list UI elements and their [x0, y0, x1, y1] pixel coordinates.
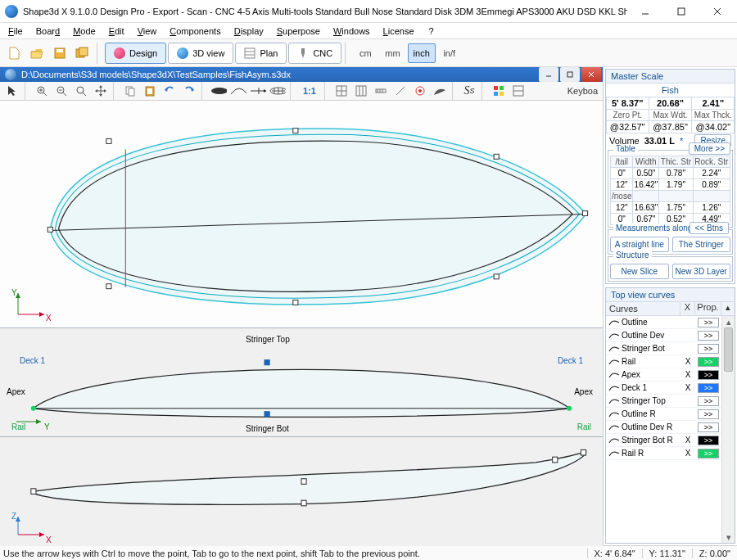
curves-list[interactable]: Outline>>Outline Dev>>Stringer Bot>>Rail… [606, 316, 735, 543]
curve-x[interactable]: X [680, 370, 695, 379]
window-maximize-button[interactable] [663, 0, 699, 23]
curve-row[interactable]: ApexX>> [606, 368, 735, 382]
toolbar-save-icon[interactable] [49, 43, 70, 64]
menu-superpose[interactable]: Superpose [270, 25, 327, 38]
tool-paste-icon[interactable] [141, 82, 159, 100]
view-slice-icon[interactable] [229, 82, 247, 100]
maxt-at-value[interactable]: @34.02" [691, 120, 735, 133]
new-slice-button[interactable]: New Slice [610, 264, 669, 279]
vsplit-icon[interactable] [509, 82, 527, 100]
curve-x[interactable]: X [680, 436, 695, 445]
curve-x[interactable]: X [680, 449, 695, 458]
curve-x[interactable]: X [680, 357, 695, 366]
pane-profile[interactable]: X Z [0, 436, 603, 545]
volume-lock[interactable]: * [680, 136, 683, 146]
curve-prop[interactable]: >> [695, 318, 721, 327]
tool-copy-icon[interactable] [121, 82, 139, 100]
more-button[interactable]: More >> [689, 142, 730, 155]
palette-icon[interactable] [490, 82, 508, 100]
tool-undo-icon[interactable] [161, 82, 179, 100]
scroll-thumb[interactable] [724, 327, 733, 372]
document-close-button[interactable] [581, 67, 601, 82]
fin-icon[interactable] [431, 82, 449, 100]
angle-icon[interactable]: SS [460, 82, 478, 100]
pane-cross-section[interactable]: Stringer Top Stringer Bot Deck 1 Deck 1 … [0, 327, 603, 436]
menu-edit[interactable]: Edit [102, 25, 131, 38]
unit-cm-button[interactable]: cm [353, 43, 378, 63]
scroll-up-header[interactable]: ▴ [721, 302, 735, 315]
new-3dlayer-button[interactable]: New 3D Layer [672, 264, 731, 279]
curve-prop[interactable]: >> [695, 344, 721, 354]
mode-cnc-button[interactable]: CNC [288, 43, 341, 64]
curve-row[interactable]: Stringer Bot RX>> [606, 434, 735, 447]
zero-pt-value[interactable]: @32.57" [606, 120, 649, 133]
width-value[interactable]: 20.68" [649, 97, 692, 110]
view-outline-icon[interactable] [210, 82, 228, 100]
menu-view[interactable]: View [131, 25, 164, 38]
curve-prop[interactable]: >> [695, 396, 721, 406]
curve-prop[interactable]: >> [695, 357, 721, 367]
menu-windows[interactable]: Windows [327, 25, 377, 38]
length-value[interactable]: 5' 8.37" [606, 97, 649, 110]
maxw-at-value[interactable]: @37.85" [649, 120, 692, 133]
curve-prop[interactable]: >> [695, 422, 721, 432]
curve-row[interactable]: Outline Dev R>> [606, 421, 735, 434]
grid1-icon[interactable] [332, 82, 350, 100]
unit-inch-button[interactable]: inch [408, 43, 436, 63]
curve-prop[interactable]: >> [695, 331, 721, 341]
pane-outline[interactable]: X Y [0, 101, 603, 327]
curve-x[interactable]: X [680, 383, 695, 392]
menu-components[interactable]: Components [163, 25, 227, 38]
curve-row[interactable]: Outline R>> [606, 408, 735, 421]
menu-file[interactable]: File [2, 25, 29, 38]
unit-inf-button[interactable]: in/f [437, 43, 462, 63]
tool-pointer-icon[interactable] [3, 82, 21, 100]
menu-board[interactable]: Board [29, 25, 66, 38]
menu-license[interactable]: License [377, 25, 421, 38]
curve-row[interactable]: Outline>> [606, 316, 735, 329]
keyboard-label[interactable]: Keyboa [567, 86, 599, 96]
view-wire-icon[interactable] [269, 82, 287, 100]
unit-mm-button[interactable]: mm [379, 43, 405, 63]
ruler-icon[interactable] [372, 82, 390, 100]
stringer-button[interactable]: The Stringer [672, 237, 731, 252]
antialias-icon[interactable] [391, 82, 409, 100]
drawing-panes[interactable]: X Y Stringer Top Stringer Bot Deck 1 Dec… [0, 101, 603, 546]
menu-mode[interactable]: Mode [66, 25, 102, 38]
tool-zoomfit-icon[interactable] [72, 82, 90, 100]
curve-prop[interactable]: >> [695, 449, 721, 458]
tool-redo-icon[interactable] [180, 82, 198, 100]
btns-toggle-button[interactable]: << Btns [690, 222, 729, 234]
document-minimize-button[interactable] [539, 67, 558, 82]
tool-zoomin-icon[interactable] [33, 82, 51, 100]
view-rocker-icon[interactable] [249, 82, 267, 100]
grid2-icon[interactable] [352, 82, 370, 100]
thick-value[interactable]: 2.41" [691, 97, 735, 110]
tool-zoomout-icon[interactable] [52, 82, 70, 100]
curve-prop[interactable]: >> [695, 370, 721, 380]
scroll-up-icon[interactable]: ▴ [722, 316, 735, 327]
tool-pan-icon[interactable] [92, 82, 110, 100]
document-maximize-button[interactable] [560, 67, 580, 82]
window-minimize-button[interactable] [627, 0, 663, 23]
curve-row[interactable]: RailX>> [606, 355, 735, 368]
mode-plan-button[interactable]: Plan [235, 43, 287, 64]
toolbar-open-icon[interactable] [26, 43, 47, 64]
mode-design-button[interactable]: Design [105, 43, 166, 64]
curves-scrollbar[interactable]: ▴ ▾ [721, 316, 735, 543]
window-close-button[interactable] [699, 0, 735, 23]
menu-help[interactable]: ? [423, 25, 441, 38]
curve-row[interactable]: Deck 1X>> [606, 382, 735, 395]
curve-prop[interactable]: >> [695, 383, 721, 393]
scroll-down-icon[interactable]: ▾ [722, 531, 735, 543]
curve-row[interactable]: Rail RX>> [606, 447, 735, 460]
mode-3dview-button[interactable]: 3D view [168, 43, 233, 64]
curve-row[interactable]: Stringer Bot>> [606, 342, 735, 355]
toolbar-new-icon[interactable] [3, 43, 25, 64]
curve-prop[interactable]: >> [695, 409, 721, 419]
curve-row[interactable]: Stringer Top>> [606, 395, 735, 408]
menu-display[interactable]: Display [228, 25, 270, 38]
zoom-ratio[interactable]: 1:1 [298, 86, 321, 96]
toolbar-saveall-icon[interactable] [72, 43, 93, 64]
curve-row[interactable]: Outline Dev>> [606, 329, 735, 342]
